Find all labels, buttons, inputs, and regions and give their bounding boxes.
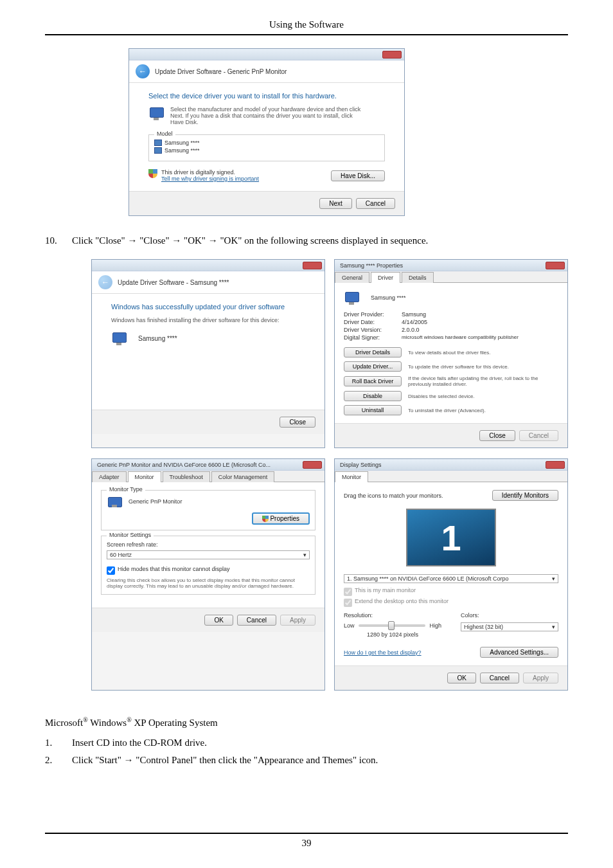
refresh-select[interactable]: 60 Hertz ▾ xyxy=(107,550,310,559)
back-arrow-icon[interactable]: ← xyxy=(98,275,112,289)
close-icon[interactable] xyxy=(546,262,565,269)
hide-modes-desc: Clearing this check box allows you to se… xyxy=(107,577,310,589)
chevron-down-icon: ▾ xyxy=(303,552,306,558)
signer-value: microsoft windows hardware compatibility… xyxy=(402,334,519,341)
resolution-label: Resolution: xyxy=(344,612,441,619)
signing-link[interactable]: Tell me why driver signing is important xyxy=(161,176,259,182)
date-label: Driver Date: xyxy=(344,319,402,325)
close-icon[interactable] xyxy=(546,461,565,469)
date-value: 4/14/2005 xyxy=(402,319,427,325)
close-icon[interactable] xyxy=(303,461,322,469)
update-driver-button[interactable]: Update Driver... xyxy=(344,361,402,372)
slider-thumb[interactable] xyxy=(388,621,395,630)
close-icon[interactable] xyxy=(303,262,322,269)
driver-details-button[interactable]: Driver Details xyxy=(344,347,402,357)
breadcrumb-text: Update Driver Software - Generic PnP Mon… xyxy=(155,68,287,75)
tab-color-management[interactable]: Color Management xyxy=(211,471,275,482)
tab-general[interactable]: General xyxy=(335,272,369,283)
signer-label: Digital Signer: xyxy=(344,334,402,341)
properties-button[interactable]: Properties xyxy=(252,512,310,525)
tab-monitor[interactable]: Monitor xyxy=(128,471,161,482)
tab-monitor[interactable]: Monitor xyxy=(335,471,368,482)
colors-select[interactable]: Highest (32 bit) ▾ xyxy=(461,622,558,631)
cancel-button[interactable]: Cancel xyxy=(480,673,519,683)
colors-value: Highest (32 bit) xyxy=(464,624,503,630)
cancel-button[interactable]: Cancel xyxy=(356,198,395,209)
rollback-button[interactable]: Roll Back Driver xyxy=(344,376,402,386)
shield-icon xyxy=(148,169,157,178)
refresh-label: Screen refresh rate: xyxy=(107,541,310,548)
monitor-name: Generic PnP Monitor xyxy=(129,498,182,505)
version-value: 2.0.0.0 xyxy=(402,327,420,333)
window-title: Samsung **** Properties xyxy=(340,262,403,269)
step-text: Insert CD into the CD-ROM drive. xyxy=(72,737,207,748)
monitor-type-fieldset: Monitor Type Generic PnP Monitor Propert… xyxy=(101,490,315,530)
chevron-down-icon: ▾ xyxy=(552,624,555,630)
main-monitor-checkbox: This is my main monitor xyxy=(344,587,558,596)
ok-button[interactable]: OK xyxy=(204,615,233,626)
titlebar[interactable]: Samsung **** Properties xyxy=(335,260,567,271)
checkbox-input[interactable] xyxy=(107,566,115,575)
tab-troubleshoot[interactable]: Troubleshoot xyxy=(163,471,210,482)
hide-modes-label: Hide modes that this monitor cannot disp… xyxy=(118,566,230,572)
window-title: Generic PnP Monitor and NVIDIA GeForce 6… xyxy=(97,462,271,468)
hide-modes-checkbox[interactable]: Hide modes that this monitor cannot disp… xyxy=(107,566,310,575)
identify-monitors-button[interactable]: Identify Monitors xyxy=(492,490,558,501)
page-footer: 39 xyxy=(45,833,568,849)
chevron-down-icon: ▾ xyxy=(552,575,555,582)
next-button[interactable]: Next xyxy=(319,198,352,209)
uninstall-button[interactable]: Uninstall xyxy=(344,405,402,415)
disable-desc: Disables the selected device. xyxy=(408,393,558,399)
version-label: Driver Version: xyxy=(344,327,402,333)
breadcrumb-bar: ← Update Driver Software - Generic PnP M… xyxy=(129,60,404,83)
step-10: 10. Click "Close" → "Close" → "OK" → "OK… xyxy=(45,235,568,246)
advanced-settings-button[interactable]: Advanced Settings... xyxy=(480,647,558,658)
titlebar xyxy=(92,260,324,271)
dialog-monitor-properties: Generic PnP Monitor and NVIDIA GeForce 6… xyxy=(91,458,325,691)
tabs: General Driver Details xyxy=(335,271,567,283)
have-disk-button[interactable]: Have Disk... xyxy=(331,170,385,181)
monitor-icon xyxy=(148,106,165,120)
resolution-value: 1280 by 1024 pixels xyxy=(344,631,441,638)
titlebar[interactable]: Display Settings xyxy=(335,459,567,471)
model-fieldset: Model Samsung **** Samsung **** xyxy=(148,134,385,161)
monitor-settings-legend: Monitor Settings xyxy=(107,532,154,538)
close-icon[interactable] xyxy=(382,51,402,59)
provider-label: Driver Provider: xyxy=(344,311,402,318)
breadcrumb-bar: ← Update Driver Software - Samsung **** xyxy=(92,271,324,294)
resolution-slider[interactable]: Low High xyxy=(344,622,441,629)
model-item[interactable]: Samsung **** xyxy=(154,147,379,154)
device-name: Samsung **** xyxy=(138,335,177,342)
update-driver-desc: To update the driver software for this d… xyxy=(408,364,558,370)
breadcrumb-text: Update Driver Software - Samsung **** xyxy=(118,279,229,286)
rollback-desc: If the device fails after updating the d… xyxy=(408,375,558,387)
model-name: Samsung **** xyxy=(164,140,200,146)
tabs: Adapter Monitor Troubleshoot Color Manag… xyxy=(92,471,324,482)
close-button[interactable]: Close xyxy=(479,430,515,441)
checkbox-input xyxy=(344,588,352,596)
dialog-heading: Select the device driver you want to ins… xyxy=(148,92,385,100)
driver-details-desc: To view details about the driver files. xyxy=(408,350,558,356)
back-arrow-icon[interactable]: ← xyxy=(136,64,150,78)
tab-driver[interactable]: Driver xyxy=(371,272,400,283)
close-button[interactable]: Close xyxy=(280,417,315,428)
tab-adapter[interactable]: Adapter xyxy=(92,471,127,482)
model-legend: Model xyxy=(154,131,175,137)
cancel-button[interactable]: Cancel xyxy=(237,615,276,626)
step-number: 10. xyxy=(45,235,62,246)
monitor-select[interactable]: 1. Samsung **** on NVIDIA GeForce 6600 L… xyxy=(344,574,558,583)
extend-desktop-label: Extend the desktop onto this monitor xyxy=(355,598,449,604)
model-item[interactable]: Samsung **** xyxy=(154,139,379,147)
ok-button[interactable]: OK xyxy=(447,673,475,683)
disable-button[interactable]: Disable xyxy=(344,391,402,401)
titlebar[interactable]: Generic PnP Monitor and NVIDIA GeForce 6… xyxy=(92,459,324,471)
colors-label: Colors: xyxy=(461,612,558,619)
step-number: 1. xyxy=(45,737,62,748)
dialog-display-settings: Display Settings Monitor Drag the icons … xyxy=(334,458,568,691)
dialog-driver-properties: Samsung **** Properties General Driver D… xyxy=(334,259,568,448)
best-display-link[interactable]: How do I get the best display? xyxy=(344,649,422,656)
page-header: Using the Software xyxy=(45,19,568,35)
monitor-preview[interactable]: 1 xyxy=(406,509,496,566)
uninstall-desc: To uninstall the driver (Advanced). xyxy=(408,408,558,413)
tab-details[interactable]: Details xyxy=(402,272,434,283)
